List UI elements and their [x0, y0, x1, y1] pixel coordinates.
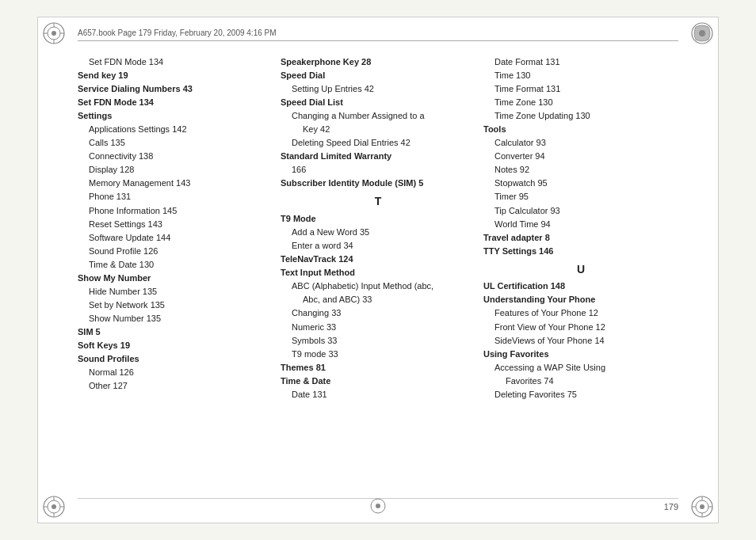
list-item: 166 [281, 163, 475, 177]
list-item: Tip Calculator 93 [483, 204, 678, 218]
list-item: Applications Settings 142 [78, 123, 273, 136]
list-item: Calls 135 [78, 136, 273, 150]
content-area: Set FDN Mode 134Send key 19Service Diali… [78, 55, 678, 492]
list-item: Set by Network 135 [78, 299, 273, 312]
list-item: Memory Management 143 [78, 177, 273, 190]
list-item: UL Certification 148 [483, 280, 678, 293]
nav-circle-bottom [369, 497, 387, 516]
list-item: Using Favorites [483, 348, 678, 361]
list-item: Service Dialing Numbers 43 [78, 82, 273, 96]
list-item: Send key 19 [78, 69, 273, 82]
list-item: Time Zone 130 [483, 96, 678, 109]
list-item: Speakerphone Key 28 [281, 55, 475, 69]
list-item: U [483, 261, 678, 279]
svg-point-12 [52, 504, 56, 509]
list-item: Favorites 74 [483, 375, 678, 388]
list-item: Features of Your Phone 12 [483, 306, 678, 320]
list-item: Symbols 33 [281, 334, 475, 348]
list-item: Understanding Your Phone [483, 293, 678, 306]
page-header: A657.book Page 179 Friday, February 20, … [78, 29, 678, 41]
list-item: Settings [78, 109, 273, 123]
list-item: Travel adapter 8 [483, 231, 678, 245]
list-item: Hide Number 135 [78, 285, 273, 299]
column-2: Speakerphone Key 28Speed DialSetting Up … [281, 55, 483, 492]
list-item: Changing a Number Assigned to a [281, 109, 475, 123]
list-item: Phone Information 145 [78, 204, 273, 218]
list-item: Numeric 33 [281, 321, 475, 334]
list-item: Timer 95 [483, 190, 678, 203]
list-item: Phone 131 [78, 190, 273, 203]
list-item: Text Input Method [281, 266, 475, 280]
list-item: Reset Settings 143 [78, 218, 273, 231]
list-item: Front View of Your Phone 12 [483, 321, 678, 334]
list-item: Speed Dial [281, 69, 475, 82]
list-item: Set FDN Mode 134 [78, 55, 273, 69]
corner-decoration-br [689, 494, 715, 519]
svg-point-19 [700, 504, 704, 509]
list-item: Abc, and ABC) 33 [281, 293, 475, 306]
list-item: Themes 81 [281, 361, 475, 375]
svg-point-25 [376, 504, 380, 508]
list-item: World Time 94 [483, 218, 678, 231]
list-item: Calculator 93 [483, 136, 678, 150]
corner-decoration-bl [41, 494, 67, 519]
list-item: Sound Profile 126 [78, 245, 273, 258]
list-item: Changing 33 [281, 306, 475, 320]
list-item: Other 127 [78, 379, 273, 393]
list-item: Tools [483, 123, 678, 136]
list-item: Notes 92 [483, 163, 678, 177]
corner-decoration-tl [41, 21, 67, 46]
corner-decoration-tr [689, 21, 715, 46]
page-number: 179 [664, 502, 678, 511]
list-item: Time Format 131 [483, 82, 678, 96]
list-item: Enter a word 34 [281, 239, 475, 253]
list-item: T9 Mode [281, 212, 475, 226]
list-item: Stopwatch 95 [483, 177, 678, 190]
list-item: ABC (Alphabetic) Input Method (abc, [281, 280, 475, 293]
svg-point-2 [52, 31, 56, 36]
list-item: Time Zone Updating 130 [483, 109, 678, 123]
list-item: Standard Limited Warranty [281, 150, 475, 163]
list-item: TeleNavTrack 124 [281, 253, 475, 266]
svg-point-9 [699, 30, 705, 36]
list-item: T [281, 193, 475, 211]
list-item: Speed Dial List [281, 96, 475, 109]
list-item: TTY Settings 146 [483, 245, 678, 258]
list-item: Subscriber Identity Module (SIM) 5 [281, 177, 475, 190]
list-item: Converter 94 [483, 150, 678, 163]
list-item: Deleting Speed Dial Entries 42 [281, 136, 475, 150]
list-item: SIM 5 [78, 325, 273, 339]
column-3: Date Format 131Time 130Time Format 131Ti… [483, 55, 678, 492]
list-item: SideViews of Your Phone 14 [483, 334, 678, 348]
list-item: Add a New Word 35 [281, 226, 475, 239]
list-item: Show My Number [78, 272, 273, 285]
list-item: Normal 126 [78, 366, 273, 379]
list-item: Time 130 [483, 69, 678, 82]
list-item: Key 42 [281, 123, 475, 136]
list-item: Sound Profiles [78, 352, 273, 366]
list-item: Time & Date [281, 375, 475, 388]
list-item: Connectivity 138 [78, 150, 273, 163]
list-item: Accessing a WAP Site Using [483, 361, 678, 375]
list-item: Deleting Favorites 75 [483, 388, 678, 401]
list-item: Set FDN Mode 134 [78, 96, 273, 109]
list-item: Date Format 131 [483, 55, 678, 69]
list-item: Date 131 [281, 388, 475, 401]
list-item: T9 mode 33 [281, 348, 475, 361]
list-item: Setting Up Entries 42 [281, 82, 475, 96]
list-item: Display 128 [78, 163, 273, 177]
page: A657.book Page 179 Friday, February 20, … [37, 17, 719, 523]
list-item: Soft Keys 19 [78, 339, 273, 352]
list-item: Show Number 135 [78, 312, 273, 325]
column-1: Set FDN Mode 134Send key 19Service Diali… [78, 55, 281, 492]
list-item: Time & Date 130 [78, 258, 273, 272]
list-item: Software Update 144 [78, 231, 273, 245]
header-text: A657.book Page 179 Friday, February 20, … [78, 29, 277, 37]
